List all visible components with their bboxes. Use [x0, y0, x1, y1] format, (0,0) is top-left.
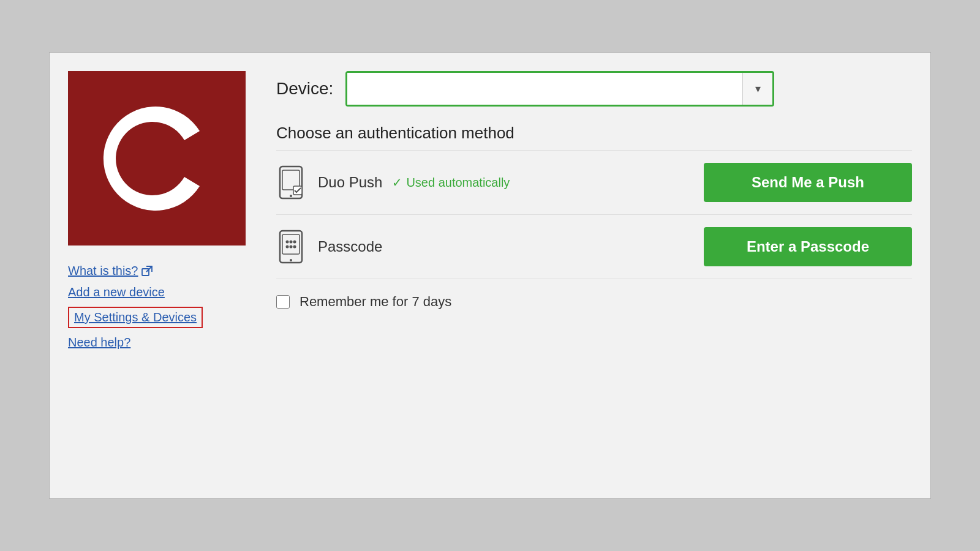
auth-heading: Choose an authentication method: [276, 124, 912, 143]
sidebar: What is this? Add a new device My Settin…: [68, 71, 264, 350]
content-area: Device: ▾ Choose an authentication metho…: [264, 71, 912, 310]
device-row: Device: ▾: [276, 71, 912, 107]
device-select-wrapper: ▾: [345, 71, 774, 107]
logo-box: [68, 71, 246, 246]
sidebar-links: What is this? Add a new device My Settin…: [68, 264, 203, 350]
main-container: What is this? Add a new device My Settin…: [49, 52, 931, 499]
sidebar-link-add-device[interactable]: Add a new device: [68, 285, 203, 299]
auth-method-duo-push: Duo Push ✓ Used automatically Send Me a …: [276, 151, 912, 215]
passcode-name: Passcode: [318, 238, 382, 255]
duo-push-name: Duo Push: [318, 174, 382, 191]
used-auto-label: Used automatically: [406, 176, 510, 190]
sidebar-link-my-settings[interactable]: My Settings & Devices: [68, 307, 203, 328]
remember-checkbox[interactable]: [276, 295, 290, 309]
svg-point-14: [290, 259, 292, 261]
device-input[interactable]: [347, 73, 743, 105]
sidebar-link-what-is-this[interactable]: What is this?: [68, 264, 203, 278]
checkmark-icon: ✓: [392, 175, 402, 190]
cornell-logo: [96, 97, 218, 220]
remember-label: Remember me for 7 days: [300, 294, 451, 310]
svg-point-5: [290, 195, 292, 197]
device-dropdown-button[interactable]: ▾: [743, 73, 772, 105]
svg-point-9: [290, 241, 293, 244]
passcode-info: Passcode: [318, 238, 692, 255]
send-push-button[interactable]: Send Me a Push: [704, 163, 912, 202]
passcode-icon: [276, 230, 306, 264]
remember-row: Remember me for 7 days: [276, 294, 912, 310]
duo-push-info: Duo Push ✓ Used automatically: [318, 174, 692, 191]
svg-point-12: [290, 246, 293, 249]
auth-method-passcode: Passcode Enter a Passcode: [276, 215, 912, 279]
svg-point-10: [293, 241, 296, 244]
sidebar-link-need-help[interactable]: Need help?: [68, 335, 203, 350]
auth-methods: Duo Push ✓ Used automatically Send Me a …: [276, 150, 912, 279]
svg-rect-7: [282, 234, 300, 254]
dropdown-arrow-icon: ▾: [755, 82, 761, 96]
duo-push-icon: [276, 165, 306, 200]
svg-point-11: [286, 246, 289, 249]
used-automatically-badge: ✓ Used automatically: [392, 175, 510, 190]
enter-passcode-button[interactable]: Enter a Passcode: [704, 227, 912, 266]
external-link-icon: [141, 266, 153, 277]
svg-point-8: [286, 241, 289, 244]
svg-point-13: [293, 246, 296, 249]
device-label: Device:: [276, 79, 333, 99]
